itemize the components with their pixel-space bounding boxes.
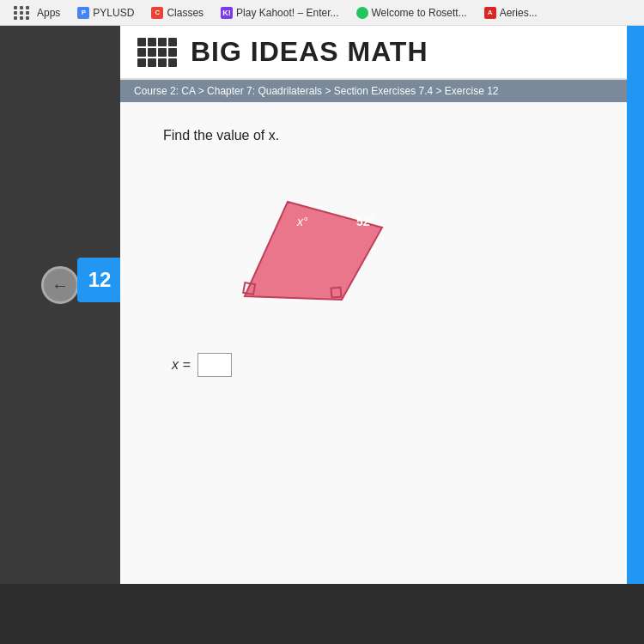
answer-input[interactable] <box>197 353 232 377</box>
exercise-area: Find the value of x. x° 52 <box>120 102 627 584</box>
rosett-favicon <box>356 7 368 19</box>
browser-chrome: Apps P PYLUSD C Classes K! Play Kahoot! … <box>0 0 644 26</box>
apps-bookmark[interactable]: Apps <box>7 4 67 21</box>
shape-container: x° 52° <box>215 161 601 336</box>
classes-label: Classes <box>167 7 204 19</box>
breadcrumb-bar: Course 2: CA > Chapter 7: Quadrilaterals… <box>120 80 627 102</box>
answer-area: x = <box>172 353 601 377</box>
classes-bookmark[interactable]: C Classes <box>144 5 210 21</box>
kahoot-label: Play Kahoot! – Enter... <box>236 7 338 19</box>
right-hint-panel <box>627 26 644 584</box>
rosett-bookmark[interactable]: Welcome to Rosett... <box>349 5 474 21</box>
aeries-favicon: A <box>484 7 496 19</box>
question-label: Find the value of x. <box>163 128 279 143</box>
quadrilateral-svg: x° 52° <box>215 161 404 332</box>
aeries-bookmark[interactable]: A Aeries... <box>477 5 544 21</box>
bookmarks-bar: Apps P PYLUSD C Classes K! Play Kahoot! … <box>0 0 644 26</box>
52-angle-label: 52° <box>356 215 374 228</box>
page-content: ← 12 BIG IDEAS MATH Course 2: CA > Chapt… <box>0 26 644 584</box>
answer-label: x = <box>172 357 191 373</box>
main-content: BIG IDEAS MATH Course 2: CA > Chapter 7:… <box>120 26 627 584</box>
back-button[interactable]: ← <box>41 266 79 304</box>
kahoot-favicon: K! <box>221 7 233 19</box>
x-angle-label: x° <box>296 215 308 228</box>
apps-label: Apps <box>37 7 60 19</box>
aeries-label: Aeries... <box>500 7 538 19</box>
question-text: Find the value of x. <box>163 128 601 143</box>
pylusd-favicon: P <box>77 7 89 19</box>
breadcrumb-text: Course 2: CA > Chapter 7: Quadrilaterals… <box>134 85 499 97</box>
exercise-number: 12 <box>77 258 122 302</box>
kahoot-bookmark[interactable]: K! Play Kahoot! – Enter... <box>214 5 345 21</box>
pylusd-label: PYLUSD <box>93 7 134 19</box>
left-panel: ← 12 <box>0 26 120 584</box>
classes-favicon: C <box>151 7 163 19</box>
bim-logo <box>137 38 177 67</box>
apps-grid-icon <box>14 6 30 20</box>
pylusd-bookmark[interactable]: P PYLUSD <box>70 5 141 21</box>
bim-title: BIG IDEAS MATH <box>191 36 428 68</box>
bim-header: BIG IDEAS MATH <box>120 26 627 80</box>
rosett-label: Welcome to Rosett... <box>372 7 467 19</box>
